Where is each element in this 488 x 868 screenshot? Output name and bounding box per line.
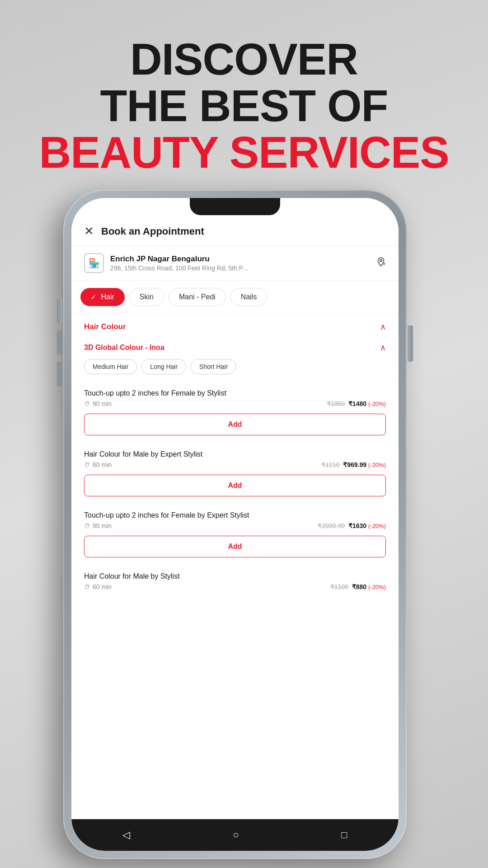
nav-recent-icon[interactable]: □: [341, 829, 347, 841]
discount-badge-1: (-20%): [368, 401, 386, 407]
discounted-price-1: ₹1480: [348, 400, 366, 407]
service-meta-3: ⏱ 90 min ₹2039.99 ₹1630 (-20%): [84, 522, 386, 529]
service-name-2: Hair Colour for Male by Expert Stylist: [84, 450, 386, 458]
subsection-title: 3D Global Colour - Inoa: [84, 344, 164, 352]
discounted-price-2: ₹969.99: [343, 461, 366, 468]
service-duration-4: ⏱ 60 min: [84, 583, 112, 590]
tab-mani-pedi[interactable]: Mani - Pedi: [169, 288, 226, 306]
service-duration-2: ⏱ 60 min: [84, 461, 112, 468]
clock-icon-4: ⏱: [84, 584, 90, 590]
service-duration-1: ⏱ 90 min: [84, 400, 112, 407]
discounted-price-3: ₹1630: [348, 522, 366, 529]
nav-home-icon[interactable]: ○: [233, 829, 239, 841]
store-details: Enrich JP Nagar Bengaluru 296, 15th Cros…: [110, 255, 376, 272]
service-price-1: ₹1850 ₹1480 (-20%): [327, 400, 386, 407]
phone-notch: [190, 198, 280, 215]
svg-point-0: [380, 259, 382, 262]
hair-type-short[interactable]: Short Hair: [191, 359, 236, 374]
discounted-price-4: ₹880: [352, 583, 366, 590]
phone-inner-screen: ✕ Book an Appointment 🏪 Enrich JP Nagar …: [71, 198, 399, 851]
service-item-1: Touch-up upto 2 inches for Female by Sty…: [71, 382, 399, 443]
clock-icon-1: ⏱: [84, 401, 90, 407]
clock-icon-3: ⏱: [84, 523, 90, 529]
subsection-header: 3D Global Colour - Inoa ∧: [71, 338, 399, 359]
tab-skin[interactable]: Skin: [129, 288, 164, 306]
check-icon: ✓: [91, 293, 96, 301]
store-name: Enrich JP Nagar Bengaluru: [110, 255, 376, 264]
store-info: 🏪 Enrich JP Nagar Bengaluru 296, 15th Cr…: [71, 246, 399, 281]
service-item-2: Hair Colour for Male by Expert Stylist ⏱…: [71, 443, 399, 504]
phone-device: ✕ Book an Appointment 🏪 Enrich JP Nagar …: [63, 190, 407, 859]
add-button-1[interactable]: Add: [84, 414, 386, 435]
phone-outer-shell: ✕ Book an Appointment 🏪 Enrich JP Nagar …: [63, 190, 407, 859]
hair-type-row: Medium Hair Long Hair Short Hair: [71, 359, 399, 382]
discount-badge-3: (-20%): [368, 523, 386, 529]
app-title: Book an Appointment: [101, 226, 204, 237]
category-tabs: ✓ Hair Skin Mani - Pedi Nails: [71, 281, 399, 314]
original-price-1: ₹1850: [327, 400, 345, 407]
service-price-2: ₹1210 ₹969.99 (-20%): [321, 461, 386, 468]
service-name-3: Touch-up upto 2 inches for Female by Exp…: [84, 511, 386, 519]
hair-type-long[interactable]: Long Hair: [141, 359, 186, 374]
service-price-3: ₹2039.99 ₹1630 (-20%): [318, 522, 386, 529]
discount-badge-2: (-20%): [368, 462, 386, 468]
headline-line1: DISCOVER: [0, 36, 488, 83]
section-header: Hair Colour ∧: [71, 314, 399, 338]
original-price-4: ₹1100: [330, 583, 348, 590]
close-button[interactable]: ✕: [84, 224, 94, 238]
service-name-4: Hair Colour for Male by Stylist: [84, 572, 386, 580]
add-button-2[interactable]: Add: [84, 475, 386, 496]
service-duration-3: ⏱ 90 min: [84, 522, 112, 529]
discount-badge-4: (-20%): [368, 584, 386, 590]
tab-hair[interactable]: ✓ Hair: [80, 288, 125, 306]
phone-content: ✕ Book an Appointment 🏪 Enrich JP Nagar …: [71, 198, 399, 851]
original-price-2: ₹1210: [321, 461, 339, 468]
add-button-3[interactable]: Add: [84, 536, 386, 557]
tab-nails[interactable]: Nails: [230, 288, 267, 306]
store-address: 296, 15th Cross Road, 100 Feet Ring Rd, …: [110, 264, 376, 272]
clock-icon-2: ⏱: [84, 462, 90, 468]
chevron-up-icon[interactable]: ∧: [380, 322, 386, 332]
subsection-chevron-icon[interactable]: ∧: [380, 343, 386, 353]
service-item-3: Touch-up upto 2 inches for Female by Exp…: [71, 504, 399, 565]
nav-back-icon[interactable]: ◁: [122, 829, 130, 841]
section-title: Hair Colour: [84, 322, 126, 331]
service-item-4: Hair Colour for Male by Stylist ⏱ 60 min…: [71, 565, 399, 590]
location-icon[interactable]: [376, 257, 386, 269]
headline-line3: BEAUTY SERVICES: [0, 129, 488, 176]
bottom-navigation: ◁ ○ □: [71, 819, 399, 851]
app-header: ✕ Book an Appointment: [71, 215, 399, 246]
service-meta-1: ⏱ 90 min ₹1850 ₹1480 (-20%): [84, 400, 386, 407]
original-price-3: ₹2039.99: [318, 522, 345, 529]
service-meta-2: ⏱ 60 min ₹1210 ₹969.99 (-20%): [84, 461, 386, 468]
service-name-1: Touch-up upto 2 inches for Female by Sty…: [84, 389, 386, 397]
service-price-4: ₹1100 ₹880 (-20%): [330, 583, 386, 590]
headline-block: DISCOVER THE BEST OF BEAUTY SERVICES: [0, 36, 488, 176]
headline-line2: THE BEST OF: [0, 83, 488, 129]
hair-type-medium[interactable]: Medium Hair: [84, 359, 137, 374]
service-meta-4: ⏱ 60 min ₹1100 ₹880 (-20%): [84, 583, 386, 590]
store-icon: 🏪: [84, 253, 104, 273]
